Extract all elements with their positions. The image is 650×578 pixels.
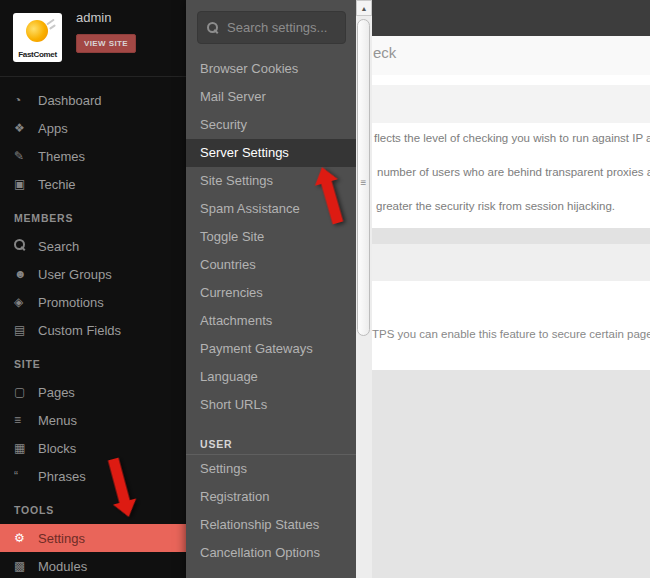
sidebar-item-promotions[interactable]: ◈Promotions xyxy=(0,288,186,316)
settings-menu-item-language[interactable]: Language xyxy=(186,363,356,391)
pages-icon: ▢ xyxy=(14,385,38,399)
user-groups-icon: ☻ xyxy=(14,267,38,281)
blocks-icon: ▦ xyxy=(14,441,38,455)
sidebar-item-menus[interactable]: ≡Menus xyxy=(0,406,186,434)
settings-search-box[interactable] xyxy=(197,11,346,44)
themes-icon: ✎ xyxy=(14,149,38,163)
sidebar-item-label: Menus xyxy=(38,413,77,428)
view-site-button[interactable]: VIEW SITE xyxy=(76,34,136,53)
dashboard-icon: ◔ xyxy=(14,93,38,107)
sidebar-item-settings[interactable]: ⚙Settings xyxy=(0,524,186,552)
sidebar-item-search[interactable]: Search xyxy=(0,232,186,260)
settings-menu-item-settings[interactable]: Settings xyxy=(186,455,356,483)
content-header-bar xyxy=(372,0,650,36)
sidebar-item-label: Pages xyxy=(38,385,75,400)
admin-panel: FastComet admin VIEW SITE ◔Dashboard❖App… xyxy=(0,0,650,578)
sidebar-section-tools: TOOLS xyxy=(0,496,186,524)
content-area: eck flects the level of checking you wis… xyxy=(372,0,650,578)
sidebar: FastComet admin VIEW SITE ◔Dashboard❖App… xyxy=(0,0,186,578)
search-icon xyxy=(207,22,219,34)
description-text: TPS you can enable this feature to secur… xyxy=(372,328,650,340)
settings-menu-section-user: USER xyxy=(186,435,356,455)
settings-menu-item-countries[interactable]: Countries xyxy=(186,251,356,279)
settings-menu-item-currencies[interactable]: Currencies xyxy=(186,279,356,307)
phrases-icon: “ xyxy=(14,469,38,483)
settings-menu-item-relationship-statues[interactable]: Relationship Statues xyxy=(186,511,356,539)
sidebar-section-members: MEMBERS xyxy=(0,204,186,232)
sidebar-item-phrases[interactable]: “Phrases xyxy=(0,462,186,490)
page-title-band xyxy=(372,36,650,75)
scrollbar-grip-icon: ≡ xyxy=(358,178,369,188)
sidebar-item-label: Phrases xyxy=(38,469,86,484)
sidebar-item-techie[interactable]: ▣Techie xyxy=(0,170,186,198)
sidebar-item-label: Themes xyxy=(38,149,85,164)
settings-menu: Browser CookiesMail ServerSecurityServer… xyxy=(186,44,356,567)
settings-menu-item-server-settings[interactable]: Server Settings xyxy=(186,139,356,167)
apps-icon: ❖ xyxy=(14,121,38,135)
settings-scrollbar[interactable]: ▲ ≡ xyxy=(356,0,372,578)
setting-row-band xyxy=(372,228,650,244)
sidebar-item-label: Techie xyxy=(38,177,76,192)
username: admin xyxy=(76,10,111,25)
sidebar-item-pages[interactable]: ▢Pages xyxy=(0,378,186,406)
sidebar-section-site: SITE xyxy=(0,350,186,378)
sidebar-item-label: Blocks xyxy=(38,441,76,456)
sidebar-item-label: Modules xyxy=(38,559,87,574)
section-band xyxy=(372,85,650,123)
settings-menu-item-short-urls[interactable]: Short URLs xyxy=(186,391,356,419)
sidebar-item-user-groups[interactable]: ☻User Groups xyxy=(0,260,186,288)
brand-label: FastComet xyxy=(13,50,62,59)
settings-menu-item-browser-cookies[interactable]: Browser Cookies xyxy=(186,55,356,83)
setting-row-band xyxy=(372,244,650,281)
sidebar-item-modules[interactable]: ▩Modules xyxy=(0,552,186,578)
sidebar-item-themes[interactable]: ✎Themes xyxy=(0,142,186,170)
settings-menu-item-cancellation-options[interactable]: Cancellation Options xyxy=(186,539,356,567)
content-footer-band xyxy=(372,370,650,578)
sidebar-item-label: Settings xyxy=(38,531,85,546)
modules-icon: ▩ xyxy=(14,559,38,573)
settings-menu-item-payment-gateways[interactable]: Payment Gateways xyxy=(186,335,356,363)
search-icon xyxy=(14,239,38,254)
sidebar-item-label: Apps xyxy=(38,121,68,136)
settings-menu-item-mail-server[interactable]: Mail Server xyxy=(186,83,356,111)
sidebar-item-custom-fields[interactable]: ▤Custom Fields xyxy=(0,316,186,344)
settings-search-input[interactable] xyxy=(227,20,336,35)
sidebar-item-label: User Groups xyxy=(38,267,112,282)
fastcomet-logo: FastComet xyxy=(13,13,62,62)
sidebar-item-label: Promotions xyxy=(38,295,104,310)
scrollbar-up-icon[interactable]: ▲ xyxy=(356,0,372,16)
promotions-icon: ◈ xyxy=(14,295,38,309)
comet-icon xyxy=(26,20,48,42)
settings-menu-item-registration[interactable]: Registration xyxy=(186,483,356,511)
settings-menu-item-attachments[interactable]: Attachments xyxy=(186,307,356,335)
description-text: flects the level of checking you wish to… xyxy=(374,132,650,144)
scrollbar-thumb[interactable]: ≡ xyxy=(357,19,370,336)
profile-header: FastComet admin VIEW SITE xyxy=(0,0,186,77)
settings-dropdown-panel: Browser CookiesMail ServerSecurityServer… xyxy=(186,0,356,578)
sidebar-nav: ◔Dashboard❖Apps✎Themes▣TechieMEMBERSSear… xyxy=(0,77,186,578)
sidebar-item-label: Dashboard xyxy=(38,93,102,108)
menus-icon: ≡ xyxy=(14,413,38,427)
custom-fields-icon: ▤ xyxy=(14,323,38,337)
description-text: greater the security risk from session h… xyxy=(376,200,615,212)
sidebar-item-blocks[interactable]: ▦Blocks xyxy=(0,434,186,462)
description-text: number of users who are behind transpare… xyxy=(377,166,650,178)
settings-icon: ⚙ xyxy=(14,531,38,545)
sidebar-item-label: Custom Fields xyxy=(38,323,121,338)
settings-menu-item-security[interactable]: Security xyxy=(186,111,356,139)
sidebar-item-label: Search xyxy=(38,239,79,254)
sidebar-item-apps[interactable]: ❖Apps xyxy=(0,114,186,142)
settings-menu-item-toggle-site[interactable]: Toggle Site xyxy=(186,223,356,251)
page-title: eck xyxy=(373,44,396,61)
techie-icon: ▣ xyxy=(14,177,38,191)
sidebar-item-dashboard[interactable]: ◔Dashboard xyxy=(0,86,186,114)
